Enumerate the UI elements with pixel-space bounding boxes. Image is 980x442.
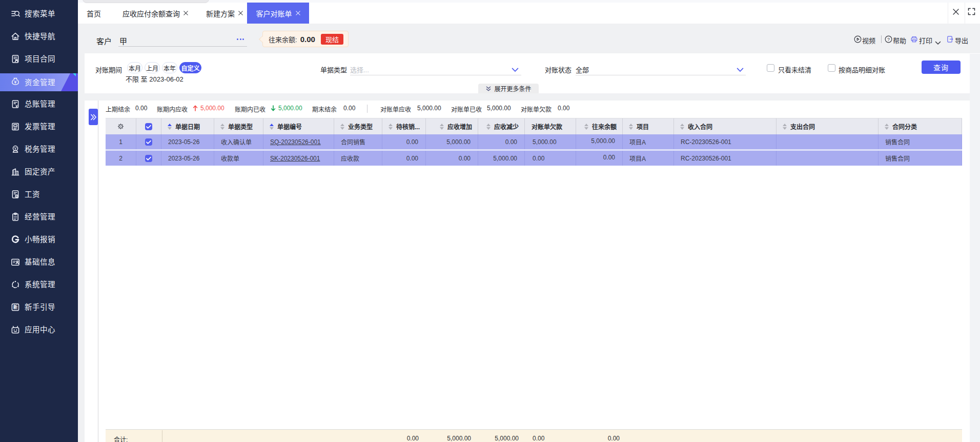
svg-text:新: 新 (13, 304, 18, 310)
svg-text:?: ? (887, 37, 890, 42)
